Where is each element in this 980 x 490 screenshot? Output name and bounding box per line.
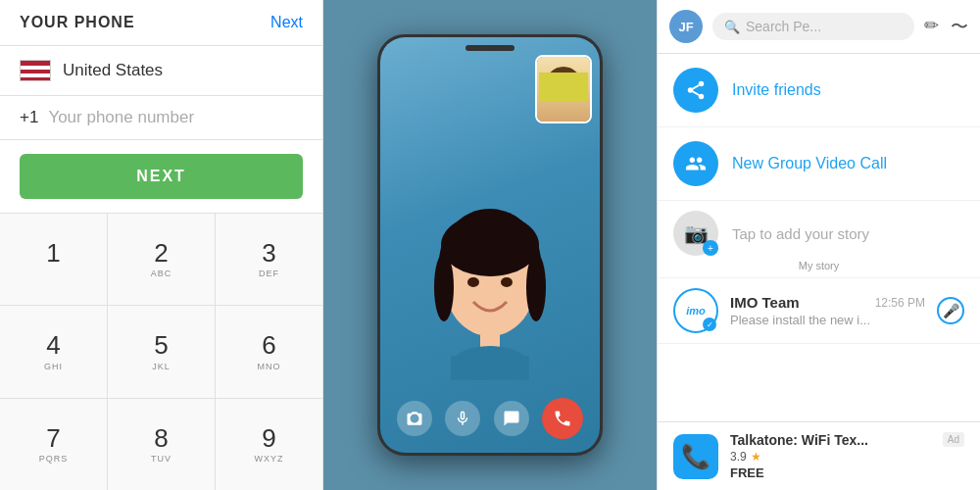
video-background [380,37,600,453]
svg-point-5 [467,277,479,287]
country-code: +1 [20,108,38,127]
group-video-icon [673,141,718,186]
svg-point-6 [501,277,513,287]
invite-friends-label: Invite friends [732,81,821,99]
key-3[interactable]: 3 DEF [216,214,322,305]
chat-name: IMO Team [730,294,800,311]
phone-keypad: 1 2 ABC 3 DEF 4 GHI 5 JKL 6 MNO 7 PQRS 8 [0,213,322,490]
story-add-icon: 📷 + [673,211,718,256]
imo-team-chat-item[interactable]: imo ✓ IMO Team 12:56 PM Please install t… [658,278,980,344]
group-video-label: New Group Video Call [732,155,887,172]
chat-time: 12:56 PM [875,296,925,310]
menu-icon[interactable]: 〜 [951,15,968,38]
imo-app-panel: JF 🔍 Search Pe... ✏ 〜 Invite friends New… [657,0,980,490]
share-icon [685,79,707,101]
mute-button[interactable] [445,401,480,436]
ad-free-label: FREE [730,466,931,480]
ad-badge: Ad [943,432,964,447]
mic-icon [454,410,471,427]
key-7[interactable]: 7 PQRS [0,399,107,490]
caller-face-svg [426,204,554,380]
country-name-label: United States [63,61,163,80]
header-icons: ✏ 〜 [924,15,968,38]
main-caller-face [426,204,554,384]
panel-title: YOUR PHONE [20,14,135,31]
phone-setup-panel: YOUR PHONE Next United States +1 Your ph… [0,0,323,490]
chat-icon [503,410,520,427]
ad-rating-value: 3.9 [730,450,747,464]
left-header: YOUR PHONE Next [0,0,322,46]
end-call-button[interactable] [542,398,583,439]
verified-badge: ✓ [703,318,716,331]
voice-message-icon[interactable]: 🎤 [937,297,964,324]
key-2[interactable]: 2 ABC [108,214,215,305]
ad-banner[interactable]: 📞 Talkatone: WiFi Tex... 3.9 ★ FREE Ad [658,421,980,490]
key-6[interactable]: 6 MNO [216,306,322,397]
svg-rect-9 [451,356,529,380]
ad-app-icon: 📞 [673,434,718,479]
imo-logo: imo [686,305,706,317]
call-controls [380,398,600,439]
svg-point-4 [526,253,546,321]
next-link[interactable]: Next [270,14,303,31]
ad-rating-row: 3.9 ★ [730,450,931,464]
story-row[interactable]: 📷 + Tap to add your story My story [658,201,980,278]
group-icon [685,153,707,174]
key-4[interactable]: 4 GHI [0,306,107,397]
country-selector[interactable]: United States [0,46,322,96]
search-icon: 🔍 [724,20,740,34]
invite-friends-icon [673,68,718,113]
ad-info: Talkatone: WiFi Tex... 3.9 ★ FREE [730,432,931,480]
self-face [537,57,590,122]
invite-friends-item[interactable]: Invite friends [658,54,980,127]
self-video-thumbnail[interactable] [535,55,592,123]
shirt [539,73,588,102]
phone-number-placeholder[interactable]: Your phone number [48,108,303,127]
key-9[interactable]: 9 WXYZ [216,399,322,490]
imo-team-chat-info: IMO Team 12:56 PM Please install the new… [730,294,925,327]
key-8[interactable]: 8 TUV [108,399,215,490]
phone-input-row: +1 Your phone number [0,96,322,140]
end-call-icon [553,409,572,428]
svg-point-11 [688,87,694,93]
camera-flip-button[interactable] [397,401,432,436]
phone-frame [377,34,603,456]
svg-line-14 [693,85,699,89]
svg-point-12 [699,94,705,100]
svg-point-3 [434,253,454,321]
svg-point-10 [699,81,705,87]
chat-button[interactable] [494,401,529,436]
imo-header: JF 🔍 Search Pe... ✏ 〜 [658,0,980,54]
key-5[interactable]: 5 JKL [108,306,215,397]
chat-name-row: IMO Team 12:56 PM [730,294,925,311]
story-label: Tap to add your story [732,225,869,242]
imo-team-avatar: imo ✓ [673,288,718,333]
next-button[interactable]: NEXT [20,154,303,199]
story-sublabel: My story [799,260,840,271]
search-placeholder-text: Search Pe... [746,19,821,34]
story-inner: 📷 + Tap to add your story [673,211,964,256]
story-plus-icon: + [703,240,718,256]
ad-title: Talkatone: WiFi Tex... [730,432,931,448]
camera-flip-icon [406,410,423,427]
group-video-call-item[interactable]: New Group Video Call [658,127,980,201]
search-box[interactable]: 🔍 Search Pe... [712,13,914,40]
phone-speaker [466,45,514,51]
chat-preview: Please install the new i... [730,313,925,327]
edit-icon[interactable]: ✏ [924,15,939,38]
star-icon: ★ [751,450,761,464]
svg-point-2 [441,214,539,276]
svg-line-13 [693,91,699,95]
key-1[interactable]: 1 [0,214,107,305]
user-avatar[interactable]: JF [669,10,703,43]
us-flag-icon [20,60,51,81]
video-call-panel [323,0,657,490]
